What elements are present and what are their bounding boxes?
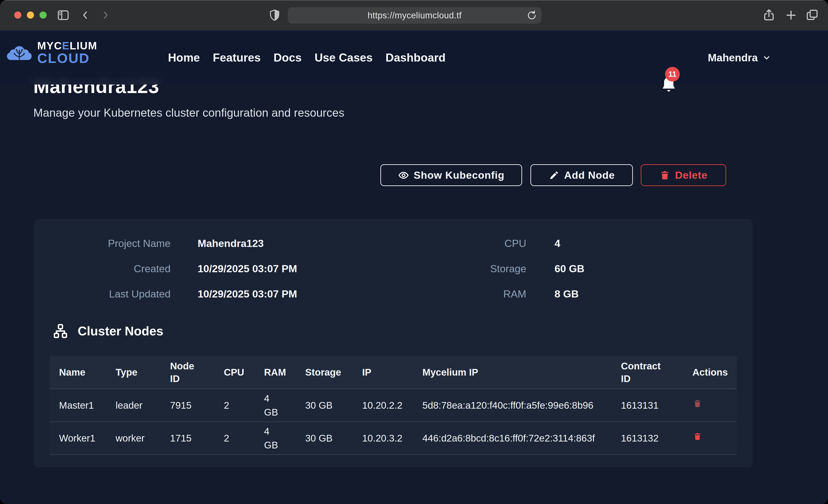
- col-mycelium-ip: Mycelium IP: [422, 366, 621, 379]
- info-row-last-updated: Last Updated 10/29/2025 03:07 PM: [34, 288, 297, 300]
- col-ram: RAM: [264, 366, 305, 379]
- url-address-bar[interactable]: https://myceliumcloud.tf: [288, 7, 541, 24]
- browser-chrome: https://myceliumcloud.tf: [0, 0, 828, 31]
- cpu-value: 4: [554, 238, 560, 249]
- minimize-button[interactable]: [27, 11, 34, 18]
- cell-name: Worker1: [59, 431, 116, 445]
- cell-actions: [693, 398, 737, 412]
- cell-ram: 4 GB: [264, 392, 305, 419]
- ram-label: RAM: [389, 288, 526, 300]
- chevron-down-icon: [762, 53, 771, 62]
- add-node-button[interactable]: Add Node: [530, 164, 633, 186]
- col-name: Name: [59, 366, 116, 379]
- trash-icon: [693, 431, 702, 442]
- pencil-icon: [548, 170, 560, 181]
- cell-type: worker: [116, 431, 170, 445]
- zoom-button[interactable]: [40, 11, 47, 18]
- notification-badge: 11: [665, 67, 680, 82]
- sidebar-toggle-icon[interactable]: [56, 8, 70, 22]
- created-value: 10/29/2025 03:07 PM: [198, 263, 297, 275]
- brand-logo[interactable]: MYCELIUM CLOUD: [6, 39, 97, 67]
- delete-label: Delete: [675, 169, 707, 181]
- ram-value: 8 GB: [554, 288, 579, 300]
- brand-top-2: E: [62, 40, 70, 52]
- nav-link-docs[interactable]: Docs: [274, 51, 301, 64]
- nav-link-home[interactable]: Home: [168, 51, 200, 64]
- info-row-project-name: Project Name Mahendra123: [34, 238, 297, 249]
- cell-ip: 10.20.3.2: [362, 431, 422, 445]
- mycelium-cloud-logo-icon: [6, 39, 32, 67]
- cell-contract-id: 1613131: [621, 398, 693, 412]
- cell-node-id: 7915: [170, 398, 224, 412]
- reload-icon[interactable]: [526, 10, 537, 21]
- storage-label: Storage: [389, 263, 526, 275]
- col-actions: Actions: [693, 366, 737, 379]
- forward-button-icon[interactable]: [100, 8, 111, 22]
- cell-name: Master1: [59, 398, 116, 412]
- cell-storage: 30 GB: [305, 431, 362, 445]
- table-row-worker1: Worker1 worker 1715 2 4 GB 30 GB 10.20.3…: [50, 422, 737, 455]
- nav-link-dashboard[interactable]: Dashboard: [386, 51, 446, 64]
- close-button[interactable]: [14, 11, 22, 18]
- project-name-value: Mahendra123: [198, 238, 264, 249]
- eye-icon: [398, 170, 409, 181]
- url-text: https://myceliumcloud.tf: [368, 10, 461, 20]
- info-row-cpu: CPU 4: [389, 238, 584, 249]
- created-label: Created: [34, 263, 170, 275]
- cell-contract-id: 1613132: [621, 431, 693, 445]
- cluster-nodes-header: Cluster Nodes: [52, 323, 163, 339]
- new-tab-icon[interactable]: [784, 8, 798, 22]
- col-storage: Storage: [305, 366, 362, 379]
- storage-value: 60 GB: [554, 263, 584, 275]
- nodes-table-header: Name Type Node ID CPU RAM Storage IP Myc…: [50, 356, 737, 389]
- cell-cpu: 2: [224, 398, 264, 412]
- last-updated-value: 10/29/2025 03:07 PM: [198, 288, 297, 300]
- brand-top-3: LIUM: [70, 40, 97, 52]
- show-kubeconfig-label: Show Kubeconfig: [414, 169, 504, 181]
- brand-top-1: MYC: [37, 40, 62, 52]
- delete-node-button[interactable]: [693, 431, 703, 443]
- cell-mycelium-ip: 5d8:78ea:a120:f40c:ff0f:a5fe:99e6:8b96: [422, 398, 621, 412]
- last-updated-label: Last Updated: [34, 288, 170, 300]
- cluster-info-left: Project Name Mahendra123 Created 10/29/2…: [34, 238, 297, 300]
- cluster-card: Project Name Mahendra123 Created 10/29/2…: [34, 219, 753, 467]
- cell-ram: 4 GB: [264, 424, 305, 452]
- nav-links: Home Features Docs Use Cases Dashboard: [168, 31, 446, 85]
- cell-type: leader: [116, 398, 170, 412]
- delete-cluster-button[interactable]: Delete: [641, 164, 726, 186]
- trash-icon: [693, 398, 702, 409]
- col-contract-id: Contract ID: [621, 360, 693, 385]
- table-row-master1: Master1 leader 7915 2 4 GB 30 GB 10.20.2…: [50, 389, 737, 422]
- cell-ip: 10.20.2.2: [362, 398, 422, 412]
- cluster-nodes-icon: [52, 323, 69, 339]
- brand-bottom: CLOUD: [37, 51, 97, 65]
- nav-link-features[interactable]: Features: [213, 51, 261, 64]
- info-row-storage: Storage 60 GB: [389, 263, 584, 275]
- brand-wordmark: MYCELIUM CLOUD: [37, 40, 97, 65]
- col-type: Type: [116, 366, 170, 379]
- browser-window: https://myceliumcloud.tf: [0, 0, 828, 504]
- user-menu[interactable]: Mahendra: [708, 31, 771, 85]
- nav-link-use-cases[interactable]: Use Cases: [315, 51, 373, 64]
- tab-overview-icon[interactable]: [805, 8, 819, 22]
- notifications-button[interactable]: 11: [660, 76, 678, 98]
- cell-mycelium-ip: 446:d2a6:8bcd:8c16:ff0f:72e2:3114:863f: [422, 431, 621, 445]
- show-kubeconfig-button[interactable]: Show Kubeconfig: [380, 164, 522, 186]
- col-node-id: Node ID: [170, 360, 224, 385]
- traffic-lights: [14, 11, 47, 18]
- user-name: Mahendra: [708, 51, 758, 64]
- col-ip: IP: [362, 366, 422, 379]
- trash-icon: [659, 170, 670, 181]
- privacy-shield-icon[interactable]: [268, 8, 281, 22]
- info-row-created: Created 10/29/2025 03:07 PM: [34, 263, 297, 275]
- info-row-ram: RAM 8 GB: [389, 288, 584, 300]
- cell-cpu: 2: [224, 431, 264, 445]
- screenshot-stage: https://myceliumcloud.tf: [0, 0, 828, 504]
- top-navbar: MYCELIUM CLOUD Home Features Docs Use Ca…: [0, 31, 828, 85]
- share-icon[interactable]: [762, 8, 776, 22]
- cpu-label: CPU: [389, 238, 526, 249]
- back-button-icon[interactable]: [80, 8, 90, 22]
- cluster-nodes-title: Cluster Nodes: [78, 324, 163, 338]
- cell-storage: 30 GB: [305, 398, 362, 412]
- delete-node-button-disabled[interactable]: [693, 398, 703, 410]
